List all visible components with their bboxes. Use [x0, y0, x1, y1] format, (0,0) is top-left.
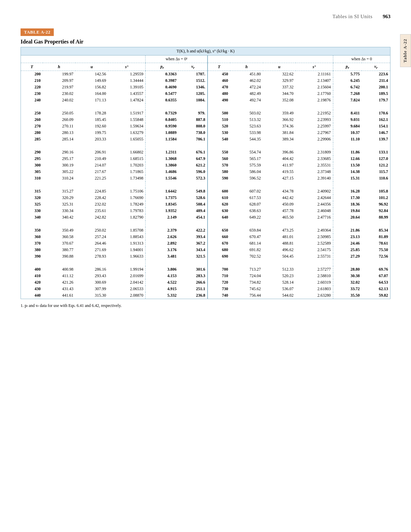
- table-cell: 12.66: [333, 156, 362, 162]
- table-cell: 127.0: [362, 156, 390, 162]
- table-cell: 808.0: [178, 123, 208, 129]
- table-cell: 887.8: [178, 116, 208, 123]
- table-cell: 290: [21, 149, 43, 156]
- table-cell: 28.80: [333, 266, 362, 273]
- table-cell: 710: [208, 273, 230, 279]
- table-cell: 544.35: [230, 136, 263, 143]
- table-cell: 206.91: [75, 149, 108, 156]
- table-cell: 2.52589: [296, 240, 333, 247]
- table-cell: 0.7329: [146, 110, 179, 116]
- table-cell: 528.14: [263, 279, 296, 286]
- table-cell: 210.49: [75, 156, 108, 162]
- table-cell: 21.86: [333, 227, 362, 234]
- table-cell: 121.2: [362, 162, 390, 169]
- table-cell: 164.00: [75, 90, 108, 97]
- table-cell: 8.411: [333, 110, 362, 116]
- table-cell: 67.07: [362, 273, 390, 279]
- table-cell: 221.25: [75, 175, 108, 182]
- table-cell: 0.9590: [146, 123, 179, 129]
- table-cell: 370: [21, 240, 43, 247]
- table-cell: 223.6: [362, 71, 390, 78]
- table-cell: 510: [208, 116, 230, 123]
- table-cell: 250: [21, 110, 43, 116]
- table-row: 310310.24221.251.734981.5546572.3590596.…: [21, 175, 390, 182]
- col-T1: T: [21, 63, 43, 71]
- table-cell: 1.34444: [108, 77, 146, 84]
- table-cell: 2.06533: [108, 286, 146, 292]
- table-cell: 740: [208, 292, 230, 299]
- table-cell: 30.38: [333, 273, 362, 279]
- table-body: 200199.97142.561.295590.33631707.450451.…: [21, 71, 390, 299]
- table-cell: 266.6: [178, 279, 208, 286]
- col-h1: h: [43, 63, 75, 71]
- table-cell: 250.02: [75, 227, 108, 234]
- table-cell: 78.61: [362, 240, 390, 247]
- table-cell: 700: [208, 266, 230, 273]
- table-cell: 680: [208, 247, 230, 253]
- table-cell: 300.19: [43, 162, 75, 169]
- table-cell: 33.72: [333, 286, 362, 292]
- table-cell: 72.56: [362, 253, 390, 260]
- when-delta-s-right: when Δs = 0: [333, 55, 390, 63]
- table-cell: 1.8345: [146, 201, 179, 208]
- table-cell: 286.16: [75, 266, 108, 273]
- table-cell: 2.892: [146, 240, 179, 247]
- table-cell: 451.80: [230, 71, 263, 78]
- table-cell: 343.4: [178, 247, 208, 253]
- table-row: 300300.19214.071.702031.3860621.2570575.…: [21, 162, 390, 169]
- table-row: 440441.61315.302.088705.332236.8740756.4…: [21, 292, 390, 299]
- table-row: 270270.11192.601.596340.9590808.0520523.…: [21, 123, 390, 129]
- table-cell: 366.92: [263, 116, 296, 123]
- table-cell: 596.52: [230, 175, 263, 182]
- table-cell: 607.02: [230, 188, 263, 195]
- table-cell: 300.69: [75, 279, 108, 286]
- table-cell: 96.92: [362, 201, 390, 208]
- table-cell: 1.51917: [108, 110, 146, 116]
- table-cell: 214.07: [75, 162, 108, 169]
- table-cell: 560: [208, 156, 230, 162]
- table-cell: 11.86: [333, 149, 362, 156]
- table-cell: 170.6: [362, 110, 390, 116]
- table-cell: 0.6355: [146, 97, 179, 103]
- table-row: 350350.49250.021.857082.379422.2650659.8…: [21, 227, 390, 234]
- table-cell: 4.153: [146, 273, 179, 279]
- table-cell: 10.37: [333, 129, 362, 136]
- table-cell: 4.915: [146, 286, 179, 292]
- table-cell: 570: [208, 162, 230, 169]
- table-cell: 1.65055: [108, 136, 146, 143]
- table-cell: 1.47824: [108, 97, 146, 103]
- table-cell: 240: [21, 97, 43, 103]
- table-cell: 285: [21, 136, 43, 143]
- table-cell: 676.1: [178, 149, 208, 156]
- col-pr2: pr: [333, 63, 362, 71]
- table-row: 390390.88278.931.966333.481321.5690702.5…: [21, 253, 390, 260]
- table-cell: 513.32: [230, 116, 263, 123]
- table-cell: 270.11: [43, 123, 75, 129]
- table-cell: 2.47716: [296, 214, 333, 221]
- table-cell: 390.88: [43, 253, 75, 260]
- table-cell: 2.31809: [296, 149, 333, 156]
- table-row: 295295.17210.491.685151.3068647.9560565.…: [21, 156, 390, 162]
- table-cell: 756.44: [230, 292, 263, 299]
- table-cell: 367.2: [178, 240, 208, 247]
- table-cell: 1.3068: [146, 156, 179, 162]
- table-row: 305305.22217.671.718651.4686596.0580586.…: [21, 169, 390, 175]
- table-label: TABLE A-22: [21, 28, 54, 36]
- table-cell: 422.2: [178, 227, 208, 234]
- table-cell: 5.775: [333, 71, 362, 78]
- page-header: Tables in SI Units 963: [21, 14, 390, 22]
- table-cell: 25.85: [333, 247, 362, 253]
- table-cell: 1.79783: [108, 208, 146, 214]
- table-row: 400400.98286.161.991943.806301.6700713.2…: [21, 266, 390, 273]
- table-cell: 540: [208, 136, 230, 143]
- table-cell: 450: [208, 71, 230, 78]
- table-cell: 7.268: [333, 90, 362, 97]
- table-row: [21, 143, 390, 149]
- table-cell: 450.09: [263, 201, 296, 208]
- table-row: 330330.34235.611.797831.9352489.4630638.…: [21, 208, 390, 214]
- table-row: 290290.16206.911.668021.2311676.1550554.…: [21, 149, 390, 156]
- table-cell: 2.29906: [296, 136, 333, 143]
- table-cell: 2.50985: [296, 234, 333, 240]
- table-cell: 496.62: [263, 247, 296, 253]
- table-cell: 280.13: [43, 129, 75, 136]
